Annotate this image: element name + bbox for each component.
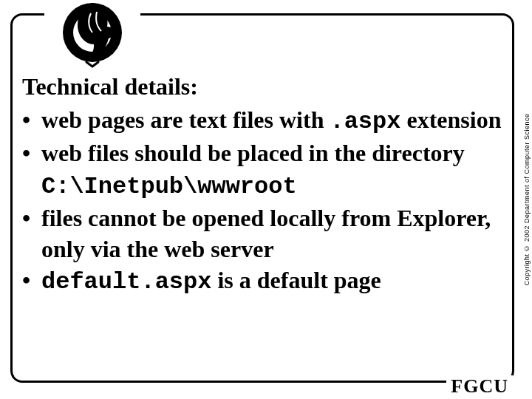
list-item: •files cannot be opened locally from Exp… <box>22 202 505 265</box>
body-text: web files should be placed in the direct… <box>41 140 465 166</box>
slide-title: Technical details: <box>22 74 505 100</box>
bullet-text: default.aspx is a default page <box>41 267 381 293</box>
slide-stage: Technical details: •web pages are text f… <box>0 0 532 399</box>
slide-content: Technical details: •web pages are text f… <box>22 74 505 377</box>
logo-container <box>44 0 140 71</box>
list-item: •web pages are text files with .aspx ext… <box>22 104 505 137</box>
code-text: default.aspx <box>41 268 211 296</box>
footer-org: FGCU <box>446 375 513 398</box>
body-text: web pages are text files with <box>41 106 330 133</box>
bullet-text: web pages are text files with .aspx exte… <box>41 106 501 133</box>
side-copyright: Copyright © 2002 Department of Computer … <box>523 113 531 285</box>
bullet-text: files cannot be opened locally from Expl… <box>41 205 491 262</box>
eagle-o-logo-icon <box>48 0 137 69</box>
code-text: C:\Inetpub\wwwroot <box>41 173 297 200</box>
bullet-list: •web pages are text files with .aspx ext… <box>22 104 505 298</box>
body-text: is a default page <box>211 267 381 293</box>
body-text: files cannot be opened locally from Expl… <box>41 205 491 262</box>
list-item: •web files should be placed in the direc… <box>22 137 505 202</box>
list-item: •default.aspx is a default page <box>22 265 505 298</box>
bullet-text: web files should be placed in the direct… <box>41 140 465 197</box>
code-text: .aspx <box>330 108 400 135</box>
body-text: extension <box>400 106 501 133</box>
